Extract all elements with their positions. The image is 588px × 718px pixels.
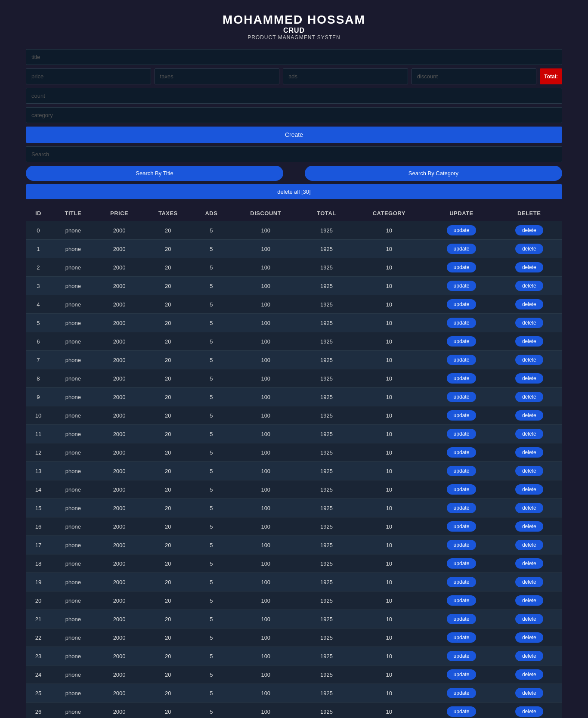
ads-input[interactable]	[283, 68, 408, 84]
delete-button[interactable]: delete	[515, 225, 543, 235]
update-button[interactable]: update	[447, 244, 477, 254]
cell-price: 2000	[96, 554, 143, 573]
price-input[interactable]	[26, 68, 151, 84]
table-row: 4phone2000205100192510updatedelete	[26, 295, 562, 314]
delete-button[interactable]: delete	[515, 447, 543, 458]
col-header-delete: DELETE	[496, 206, 562, 221]
cell-category: 10	[351, 240, 427, 258]
cell-id: 2	[26, 258, 51, 277]
update-button[interactable]: update	[447, 392, 477, 402]
update-button[interactable]: update	[447, 595, 477, 606]
update-button[interactable]: update	[447, 225, 477, 235]
delete-button[interactable]: delete	[515, 632, 543, 643]
update-button[interactable]: update	[447, 651, 477, 661]
update-button[interactable]: update	[447, 484, 477, 495]
delete-button[interactable]: delete	[515, 336, 543, 347]
update-button[interactable]: update	[447, 614, 477, 624]
delete-button[interactable]: delete	[515, 429, 543, 439]
search-by-category-button[interactable]: Search By Category	[305, 166, 562, 181]
table-row: 15phone2000205100192510updatedelete	[26, 499, 562, 517]
cell-title: phone	[51, 277, 96, 295]
update-button[interactable]: update	[447, 336, 477, 347]
delete-button[interactable]: delete	[515, 318, 543, 328]
cell-price: 2000	[96, 425, 143, 443]
cell-total: 1925	[302, 258, 351, 277]
taxes-input[interactable]	[155, 68, 280, 84]
create-button[interactable]: Create	[26, 127, 562, 143]
cell-title: phone	[51, 240, 96, 258]
update-button[interactable]: update	[447, 558, 477, 569]
update-cell: update	[427, 480, 496, 499]
delete-button[interactable]: delete	[515, 595, 543, 606]
update-button[interactable]: update	[447, 577, 477, 587]
delete-button[interactable]: delete	[515, 281, 543, 291]
cell-price: 2000	[96, 517, 143, 536]
table-row: 20phone2000205100192510updatedelete	[26, 591, 562, 610]
delete-button[interactable]: delete	[515, 466, 543, 476]
delete-button[interactable]: delete	[515, 669, 543, 680]
update-button[interactable]: update	[447, 318, 477, 328]
delete-button[interactable]: delete	[515, 577, 543, 587]
delete-button[interactable]: delete	[515, 244, 543, 254]
cell-discount: 100	[230, 480, 302, 499]
cell-discount: 100	[230, 554, 302, 573]
cell-total: 1925	[302, 628, 351, 647]
delete-button[interactable]: delete	[515, 558, 543, 569]
delete-button[interactable]: delete	[515, 706, 543, 717]
cell-ads: 5	[193, 332, 229, 351]
update-button[interactable]: update	[447, 540, 477, 550]
update-cell: update	[427, 425, 496, 443]
count-input[interactable]	[26, 88, 562, 104]
update-button[interactable]: update	[447, 632, 477, 643]
update-button[interactable]: update	[447, 410, 477, 421]
delete-all-button[interactable]: delete all [30]	[26, 184, 562, 199]
update-cell: update	[427, 277, 496, 295]
delete-button[interactable]: delete	[515, 484, 543, 495]
delete-cell: delete	[496, 295, 562, 314]
delete-button[interactable]: delete	[515, 540, 543, 550]
update-cell: update	[427, 499, 496, 517]
delete-cell: delete	[496, 258, 562, 277]
table-row: 0phone2000205100192510updatedelete	[26, 221, 562, 240]
delete-button[interactable]: delete	[515, 410, 543, 421]
search-by-title-button[interactable]: Search By Title	[26, 166, 283, 181]
delete-cell: delete	[496, 369, 562, 388]
delete-button[interactable]: delete	[515, 355, 543, 365]
cell-taxes: 20	[143, 517, 193, 536]
delete-button[interactable]: delete	[515, 521, 543, 532]
update-button[interactable]: update	[447, 706, 477, 717]
delete-button[interactable]: delete	[515, 614, 543, 624]
col-header-price: PRICE	[96, 206, 143, 221]
delete-button[interactable]: delete	[515, 651, 543, 661]
title-input[interactable]	[26, 49, 562, 65]
cell-taxes: 20	[143, 443, 193, 462]
cell-price: 2000	[96, 610, 143, 628]
category-input[interactable]	[26, 107, 562, 123]
cell-category: 10	[351, 277, 427, 295]
update-button[interactable]: update	[447, 299, 477, 309]
update-button[interactable]: update	[447, 355, 477, 365]
delete-button[interactable]: delete	[515, 299, 543, 309]
update-button[interactable]: update	[447, 262, 477, 272]
delete-button[interactable]: delete	[515, 392, 543, 402]
discount-input[interactable]	[412, 68, 537, 84]
cell-taxes: 20	[143, 647, 193, 665]
delete-cell: delete	[496, 499, 562, 517]
update-button[interactable]: update	[447, 466, 477, 476]
search-input[interactable]	[26, 146, 562, 162]
update-button[interactable]: update	[447, 521, 477, 532]
col-header-taxes: TAXES	[143, 206, 193, 221]
delete-button[interactable]: delete	[515, 503, 543, 513]
update-button[interactable]: update	[447, 447, 477, 458]
cell-id: 26	[26, 703, 51, 718]
delete-button[interactable]: delete	[515, 373, 543, 384]
cell-discount: 100	[230, 258, 302, 277]
delete-button[interactable]: delete	[515, 688, 543, 698]
update-button[interactable]: update	[447, 373, 477, 384]
update-button[interactable]: update	[447, 503, 477, 513]
update-button[interactable]: update	[447, 669, 477, 680]
update-button[interactable]: update	[447, 281, 477, 291]
update-button[interactable]: update	[447, 429, 477, 439]
update-button[interactable]: update	[447, 688, 477, 698]
delete-button[interactable]: delete	[515, 262, 543, 272]
